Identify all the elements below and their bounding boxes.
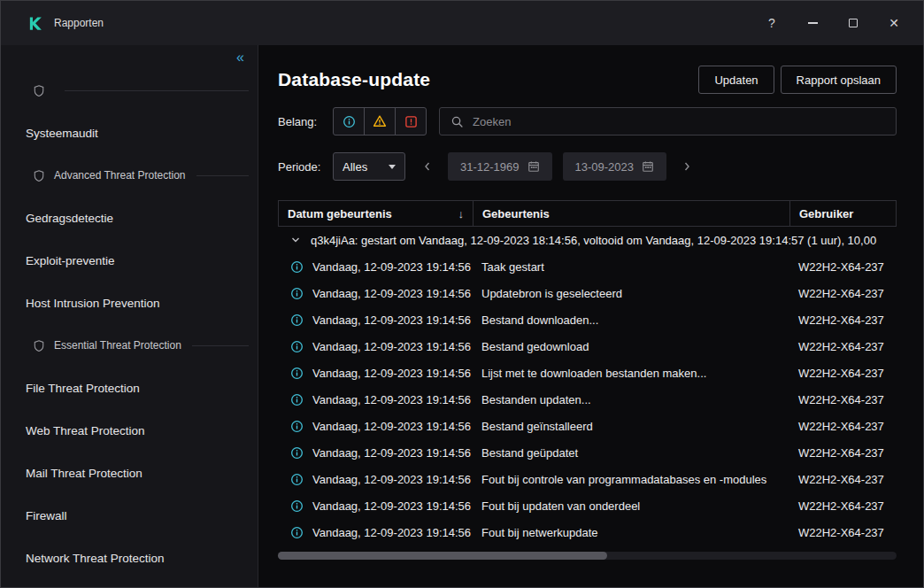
update-button[interactable]: Updaten <box>698 66 774 94</box>
page-actions: Updaten Rapport opslaan <box>698 66 897 94</box>
sidebar-collapse-button[interactable]: « <box>236 50 244 65</box>
sidebar-item-file-threat-protection[interactable]: File Threat Protection <box>1 367 258 409</box>
event-date: Vandaag, 12-09-2023 19:14:56 <box>312 287 471 300</box>
table-row[interactable]: Vandaag, 12-09-2023 19:14:56Updatebron i… <box>278 280 923 306</box>
table-row[interactable]: Vandaag, 12-09-2023 19:14:56Fout bij con… <box>278 466 923 492</box>
sidebar-section-blank <box>1 69 258 112</box>
table-row[interactable]: Vandaag, 12-09-2023 19:14:56Bestand geüp… <box>278 439 923 466</box>
user-cell: W22H2-X64-237 <box>789 524 923 540</box>
severity-warning-button[interactable] <box>364 107 396 135</box>
page-title: Database-update <box>278 69 430 90</box>
info-icon <box>290 393 304 406</box>
table-row[interactable]: Vandaag, 12-09-2023 19:14:56Bestand gedo… <box>278 333 923 360</box>
event-text: Bestanden updaten... <box>481 393 591 406</box>
event-date: Vandaag, 12-09-2023 19:14:56 <box>312 526 471 539</box>
event-text: Bestand downloaden... <box>481 313 598 327</box>
event-date: Vandaag, 12-09-2023 19:14:56 <box>312 367 471 380</box>
severity-info-button[interactable] <box>333 107 365 135</box>
event-cell: Bestand geüpdatet <box>473 445 789 460</box>
column-header-gebeurtenis[interactable]: Gebeurtenis <box>473 201 789 226</box>
shield-icon <box>33 339 45 352</box>
table-row[interactable]: Vandaag, 12-09-2023 19:14:56Lijst met te… <box>278 360 923 386</box>
user-text: W22H2-X64-237 <box>798 499 884 513</box>
severity-critical-button[interactable] <box>395 107 427 135</box>
maximize-button[interactable] <box>833 8 874 38</box>
scrollbar-thumb[interactable] <box>278 552 607 560</box>
table-row[interactable]: Vandaag, 12-09-2023 19:14:56Taak gestart… <box>278 253 923 280</box>
info-icon <box>290 313 304 327</box>
user-text: W22H2-X64-237 <box>798 313 884 327</box>
maximize-icon <box>849 19 858 27</box>
user-cell: W22H2-X64-237 <box>789 498 923 514</box>
sidebar-list: SysteemauditAdvanced Threat ProtectionGe… <box>1 69 258 579</box>
event-text: Updatebron is geselecteerd <box>481 287 622 300</box>
titlebar: Rapporten ? ✕ <box>1 1 923 45</box>
sidebar-item-host-intrusion-prevention[interactable]: Host Intrusion Prevention <box>1 282 258 324</box>
sidebar-item-exploit-preventie[interactable]: Exploit-preventie <box>1 239 258 282</box>
sidebar-item-label: Web Threat Protection <box>26 424 145 437</box>
event-date: Vandaag, 12-09-2023 19:14:56 <box>312 446 471 460</box>
table-row[interactable]: Vandaag, 12-09-2023 19:14:56Fout bij upd… <box>278 492 923 519</box>
sidebar-item-firewall[interactable]: Firewall <box>1 494 258 537</box>
sidebar-section-label: Essential Threat Protection <box>54 339 181 352</box>
search-input[interactable] <box>473 115 885 128</box>
period-select[interactable]: Alles <box>333 152 405 181</box>
event-date: Vandaag, 12-09-2023 19:14:56 <box>312 340 471 353</box>
user-cell: W22H2-X64-237 <box>789 391 923 407</box>
event-cell: Bestand gedownload <box>473 338 789 354</box>
info-icon <box>290 260 304 274</box>
event-text: Fout bij netwerkupdate <box>481 526 598 539</box>
table-body: Vandaag, 12-09-2023 19:14:56Taak gestart… <box>278 253 923 545</box>
previous-period-button[interactable] <box>418 156 437 177</box>
event-cell: Fout bij updaten van onderdeel <box>473 498 789 514</box>
minimize-icon <box>808 22 818 24</box>
table-row[interactable]: Vandaag, 12-09-2023 19:14:56Fout bij net… <box>278 519 923 545</box>
sidebar-item-web-threat-protection[interactable]: Web Threat Protection <box>1 409 258 452</box>
user-cell: W22H2-X64-237 <box>789 365 923 381</box>
search-icon <box>450 115 464 128</box>
period-label: Periode: <box>278 160 333 174</box>
event-date: Vandaag, 12-09-2023 19:14:56 <box>312 499 471 513</box>
column-header-datum-gebeurtenis[interactable]: Datum gebeurtenis↓ <box>279 201 473 226</box>
sidebar-item-label: File Threat Protection <box>26 382 140 395</box>
event-cell: Bestand geïnstalleerd <box>473 418 789 434</box>
next-period-button[interactable] <box>677 156 697 177</box>
event-date-cell: Vandaag, 12-09-2023 19:14:56 <box>278 287 473 300</box>
sidebar-section-label: Advanced Threat Protection <box>54 169 186 182</box>
table-row[interactable]: Vandaag, 12-09-2023 19:14:56Bestanden up… <box>278 386 923 413</box>
sort-desc-icon: ↓ <box>458 207 465 220</box>
sidebar-item-network-threat-protection[interactable]: Network Threat Protection <box>1 537 258 579</box>
event-cell: Lijst met te downloaden bestanden maken.… <box>473 365 789 381</box>
horizontal-scrollbar[interactable] <box>278 552 897 560</box>
user-text: W22H2-X64-237 <box>798 446 884 460</box>
info-icon <box>290 526 304 539</box>
group-row[interactable]: q3k4jiAa: gestart om Vandaag, 12-09-2023… <box>278 227 923 253</box>
date-to-button[interactable]: 13-09-2023 <box>563 152 667 181</box>
event-cell: Taak gestart <box>473 259 789 275</box>
event-date-cell: Vandaag, 12-09-2023 19:14:56 <box>278 526 473 539</box>
close-button[interactable]: ✕ <box>874 8 914 38</box>
event-date-cell: Vandaag, 12-09-2023 19:14:56 <box>278 313 473 327</box>
event-cell: Fout bij controle van programmadatabases… <box>473 471 789 487</box>
user-cell: W22H2-X64-237 <box>789 285 923 301</box>
user-text: W22H2-X64-237 <box>798 260 884 274</box>
event-date: Vandaag, 12-09-2023 19:14:56 <box>312 420 471 433</box>
sidebar-item-gedragsdetectie[interactable]: Gedragsdetectie <box>1 197 258 239</box>
calendar-icon <box>527 160 540 173</box>
calendar-icon <box>642 160 654 173</box>
sidebar-item-systeemaudit[interactable]: Systeemaudit <box>1 112 258 154</box>
event-cell: Updatebron is geselecteerd <box>473 285 789 301</box>
column-header-gebruiker[interactable]: Gebruiker <box>789 201 896 226</box>
shield-icon <box>33 169 45 182</box>
table-row[interactable]: Vandaag, 12-09-2023 19:14:56Bestand geïn… <box>278 413 923 439</box>
info-icon <box>290 367 304 380</box>
help-button[interactable]: ? <box>751 8 792 38</box>
event-date: Vandaag, 12-09-2023 19:14:56 <box>312 313 471 327</box>
search-box[interactable] <box>439 107 897 135</box>
sidebar-item-mail-threat-protection[interactable]: Mail Threat Protection <box>1 452 258 494</box>
collapse-icon: « <box>236 50 244 65</box>
save-report-button[interactable]: Rapport opslaan <box>781 66 897 94</box>
date-from-button[interactable]: 31-12-1969 <box>448 152 552 181</box>
minimize-button[interactable] <box>792 8 833 38</box>
table-row[interactable]: Vandaag, 12-09-2023 19:14:56Bestand down… <box>278 306 923 333</box>
